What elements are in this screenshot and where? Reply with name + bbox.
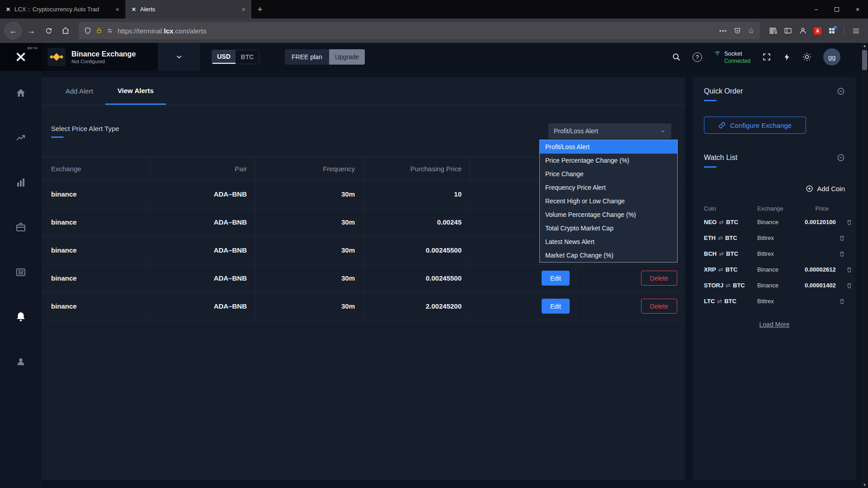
dropdown-option[interactable]: Profit/Loss Alert (540, 140, 677, 154)
dropdown-option[interactable]: Price Change (540, 167, 677, 181)
forward-button[interactable]: → (24, 23, 39, 38)
coin-exchange: Bittrex (757, 235, 805, 241)
list-item: STORJ⇄BTC Binance 0.00001402 (704, 277, 845, 293)
trash-icon[interactable] (839, 235, 845, 241)
trash-icon[interactable] (846, 267, 852, 273)
swap-icon[interactable]: ⇄ (718, 266, 723, 273)
trash-icon[interactable] (839, 251, 845, 257)
dropdown-option[interactable]: Volume Percentage Change (%) (540, 208, 677, 221)
url-bar[interactable]: https://terminal.lcx.com/alerts ••• ☆ (79, 22, 760, 39)
dropdown-option[interactable]: Price Percentage Change (%) (540, 154, 677, 167)
page-actions-icon[interactable]: ••• (719, 28, 727, 34)
delete-button[interactable]: Delete (641, 299, 677, 314)
delete-button[interactable]: Delete (641, 271, 677, 286)
currency-btc-button[interactable]: BTC (236, 50, 259, 64)
help-button[interactable]: ? (693, 52, 702, 62)
dropdown-option[interactable]: Total Crypto Market Cap (540, 221, 677, 235)
add-coin-button[interactable]: Add Coin (704, 185, 845, 192)
screen: ✕ LCX :: Cryptocurrency Auto Trad × ✕ Al… (0, 0, 868, 488)
exchange-dropdown-button[interactable] (158, 43, 200, 71)
tracking-shield-icon[interactable] (84, 27, 91, 34)
sidebar-item-news[interactable] (0, 250, 42, 295)
lcx-logo[interactable]: BETA (0, 43, 42, 71)
sidebar-item-account[interactable] (0, 339, 42, 384)
alert-type-selected-value: Profit/Loss Alert (554, 127, 660, 135)
socket-status: Socket Connected (714, 50, 750, 64)
theme-sun-icon[interactable] (802, 52, 811, 61)
tab-add-alert[interactable]: Add Alert (53, 77, 105, 105)
page-scrollbar[interactable]: ▲ ▼ (861, 43, 868, 488)
account-icon[interactable] (799, 27, 807, 35)
sidebar-item-home[interactable] (0, 71, 42, 116)
alert-price: 10 (363, 180, 470, 208)
trash-icon[interactable] (846, 219, 852, 225)
swap-icon[interactable]: ⇄ (719, 219, 724, 225)
search-icon[interactable] (672, 52, 681, 61)
news-icon (15, 267, 26, 277)
col-exchange: Exchange (42, 157, 150, 180)
collapse-icon[interactable] (837, 87, 845, 95)
pdf-extension-icon[interactable]: A (814, 27, 821, 35)
pocket-icon[interactable] (734, 27, 741, 34)
home-button[interactable] (58, 23, 73, 38)
coin-base: XRP (704, 266, 716, 273)
scroll-up-icon[interactable]: ▲ (861, 44, 868, 48)
coin-base: NEO (704, 219, 717, 225)
app-header: Binance Exchange Not Configured USD BTC … (42, 43, 861, 71)
dropdown-option[interactable]: Market Cap Change (%) (540, 249, 677, 262)
dropdown-option[interactable]: Recent High or Low Change (540, 194, 677, 208)
fullscreen-icon[interactable] (762, 52, 771, 61)
swap-icon[interactable]: ⇄ (718, 235, 723, 241)
tab-close-icon[interactable]: × (240, 5, 247, 13)
binance-diamond (60, 55, 63, 59)
sidebar-item-alerts[interactable] (0, 295, 42, 339)
maximize-button[interactable] (826, 0, 847, 19)
dropdown-option[interactable]: Latest News Alert (540, 235, 677, 249)
sidebars-icon[interactable] (784, 27, 792, 35)
load-more-link[interactable]: Load More (704, 321, 845, 328)
new-tab-button[interactable]: + (251, 0, 269, 19)
bolt-icon[interactable] (783, 53, 791, 61)
tab-title: LCX :: Cryptocurrency Auto Trad (14, 6, 110, 13)
browser-tab-alerts[interactable]: ✕ Alerts × (126, 0, 251, 19)
reload-icon (45, 27, 52, 35)
binance-logo-icon (47, 48, 66, 66)
close-button[interactable]: × (847, 0, 868, 19)
configure-exchange-button[interactable]: Configure Exchange (704, 117, 806, 134)
header-actions: ? Socket Connected gg (672, 48, 861, 66)
sidebar-item-portfolio[interactable] (0, 205, 42, 250)
alert-type-select[interactable]: Profit/Loss Alert (548, 123, 671, 139)
library-icon[interactable] (769, 27, 777, 35)
accent-bar (704, 100, 717, 101)
trash-icon[interactable] (846, 282, 852, 289)
menu-icon[interactable] (852, 27, 860, 35)
trash-icon[interactable] (839, 298, 845, 305)
swap-icon[interactable]: ⇄ (717, 298, 722, 305)
swap-icon[interactable]: ⇄ (726, 282, 731, 289)
collapse-icon[interactable] (837, 154, 845, 162)
scrollbar-thumb[interactable] (862, 50, 867, 70)
scroll-down-icon[interactable]: ▼ (861, 483, 868, 487)
alerts-tabs: Add Alert View Alerts (42, 77, 685, 105)
tab-close-icon[interactable]: × (114, 5, 121, 13)
back-button[interactable]: ← (5, 22, 22, 39)
edit-button[interactable]: Edit (542, 299, 570, 314)
url-text: https://terminal.lcx.com/alerts (118, 27, 207, 35)
permissions-icon[interactable] (107, 28, 113, 34)
sidebar-item-trade[interactable] (0, 116, 42, 160)
extensions-button[interactable] (828, 27, 835, 34)
bookmark-star-icon[interactable]: ☆ (748, 26, 755, 36)
sidebar-item-markets[interactable] (0, 160, 42, 205)
dropdown-option[interactable]: Frequency Price Alert (540, 181, 677, 194)
tab-view-alerts[interactable]: View Alerts (105, 77, 166, 105)
user-avatar[interactable]: gg (823, 48, 840, 66)
lock-icon[interactable] (96, 28, 102, 34)
portfolio-icon (15, 222, 26, 233)
upgrade-button[interactable]: Upgrade (329, 49, 365, 65)
minimize-button[interactable]: − (806, 0, 826, 19)
currency-usd-button[interactable]: USD (212, 50, 236, 64)
browser-tab-lcx[interactable]: ✕ LCX :: Cryptocurrency Auto Trad × (0, 0, 126, 19)
reload-button[interactable] (41, 23, 56, 38)
edit-button[interactable]: Edit (542, 271, 570, 286)
swap-icon[interactable]: ⇄ (719, 250, 724, 257)
